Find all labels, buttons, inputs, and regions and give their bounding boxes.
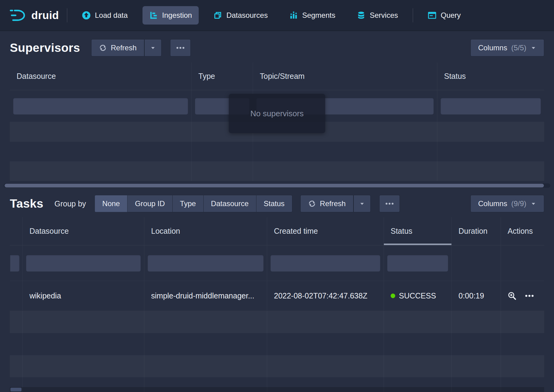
- table-cell: [452, 355, 501, 377]
- group-by-status-button[interactable]: Status: [256, 195, 292, 212]
- tasks-column-header-actions[interactable]: Actions: [501, 217, 544, 245]
- no-supervisors-message: No supervisors: [229, 94, 325, 133]
- supervisors-refresh-button[interactable]: Refresh: [91, 39, 144, 56]
- table-cell: [452, 311, 501, 333]
- navbar-divider: [413, 8, 413, 22]
- tasks-title: Tasks: [10, 197, 43, 210]
- group-by-button-group: None Group ID Type Datasource Status: [95, 195, 292, 212]
- scrollbar-thumb[interactable]: [10, 388, 21, 391]
- filter-cell: [10, 90, 192, 122]
- druid-logo-icon: [9, 9, 26, 22]
- chevron-down-icon: [530, 45, 536, 51]
- actions-cell: [501, 281, 544, 311]
- table-cell: [10, 311, 23, 333]
- refresh-icon: [99, 44, 107, 52]
- empty-row: [10, 355, 544, 377]
- nav-ingestion[interactable]: Ingestion: [142, 6, 199, 25]
- status-filter-input[interactable]: [440, 98, 541, 115]
- created-time-filter-input[interactable]: [270, 255, 380, 272]
- group-by-type-button[interactable]: Type: [173, 195, 204, 212]
- created-time-cell: 2022-08-02T07:42:47.638Z: [267, 281, 384, 311]
- table-cell: [23, 311, 144, 333]
- more-icon: [385, 202, 394, 205]
- brand-name: druid: [31, 9, 59, 21]
- druid-logo[interactable]: druid: [9, 9, 59, 22]
- tasks-table: Datasource Location Created time Status …: [10, 217, 544, 392]
- supervisors-column-header-type[interactable]: Type: [192, 63, 253, 90]
- table-cell: [452, 333, 501, 355]
- tasks-refresh-dropdown-button[interactable]: [353, 195, 371, 212]
- supervisors-columns-button[interactable]: Columns (5/5): [470, 39, 544, 56]
- group-by-label: Group by: [54, 199, 86, 208]
- group-by-datasource-button[interactable]: Datasource: [204, 195, 256, 212]
- tasks-refresh-button[interactable]: Refresh: [300, 195, 353, 212]
- table-cell: [437, 161, 544, 181]
- tasks-column-header-duration[interactable]: Duration: [452, 217, 501, 245]
- empty-row: [10, 161, 544, 181]
- tasks-column-header-blank: [10, 217, 23, 245]
- supervisors-column-header-status[interactable]: Status: [437, 63, 544, 90]
- nav-label: Load data: [95, 11, 128, 20]
- table-cell: [267, 311, 384, 333]
- refresh-icon: [308, 200, 316, 208]
- tasks-column-header-location[interactable]: Location: [144, 217, 267, 245]
- layers-icon: [213, 11, 222, 20]
- location-filter-input[interactable]: [147, 255, 264, 272]
- status-filter-input[interactable]: [387, 255, 448, 272]
- tasks-column-header-datasource[interactable]: Datasource: [23, 217, 144, 245]
- refresh-label: Refresh: [320, 199, 346, 208]
- table-cell: [384, 311, 452, 333]
- supervisors-controls: Supervisors Refresh: [0, 31, 554, 63]
- location-cell: simple-druid-middlemanager...: [144, 281, 267, 311]
- datasource-filter-input[interactable]: [26, 255, 141, 272]
- table-cell: [501, 311, 544, 333]
- application-icon: [428, 11, 436, 20]
- nav-services[interactable]: Services: [350, 6, 405, 25]
- nav-segments[interactable]: Segments: [283, 6, 342, 25]
- nav-label: Segments: [302, 11, 335, 20]
- upload-icon: [82, 11, 91, 20]
- empty-row: [10, 333, 544, 355]
- tasks-more-button[interactable]: [379, 195, 400, 212]
- filter-cell: [23, 245, 144, 281]
- more-actions-icon[interactable]: [525, 294, 534, 297]
- table-row[interactable]: wikipedia simple-druid-middlemanager... …: [10, 281, 544, 311]
- tasks-controls: Tasks Group by None Group ID Type Dataso…: [0, 190, 554, 217]
- supervisors-header-row: Datasource Type Topic/Stream Status: [10, 63, 544, 90]
- supervisors-refresh-dropdown-button[interactable]: [144, 39, 162, 56]
- nav-datasources[interactable]: Datasources: [207, 6, 275, 25]
- table-cell: [144, 333, 267, 355]
- table-cell: [253, 161, 437, 181]
- datasource-filter-input[interactable]: [13, 98, 188, 115]
- columns-count: (5/5): [511, 44, 526, 52]
- chevron-down-icon: [359, 201, 365, 207]
- filter-cell: [144, 245, 267, 281]
- tasks-column-header-status[interactable]: Status: [384, 217, 452, 245]
- table-cell: [192, 142, 253, 161]
- datasource-cell: wikipedia: [23, 281, 144, 311]
- tasks-header-row: Datasource Location Created time Status …: [10, 217, 544, 245]
- tasks-column-header-created-time[interactable]: Created time: [267, 217, 384, 245]
- table-cell: [501, 333, 544, 355]
- supervisors-column-header-topic-stream[interactable]: Topic/Stream: [253, 63, 437, 90]
- supervisors-refresh-group: Refresh: [91, 39, 162, 56]
- table-cell: [437, 122, 544, 142]
- group-by-none-button[interactable]: None: [95, 195, 127, 212]
- supervisors-more-button[interactable]: [170, 39, 191, 56]
- group-by-group-id-button[interactable]: Group ID: [127, 195, 172, 212]
- table-cell: [192, 161, 253, 181]
- nav-query[interactable]: Query: [421, 6, 467, 25]
- table-cell: [501, 245, 544, 281]
- more-icon: [176, 47, 185, 49]
- scrollbar-thumb[interactable]: [5, 184, 544, 187]
- nav-load-data[interactable]: Load data: [75, 6, 135, 25]
- filter-cell: [384, 245, 452, 281]
- hidden-column-filter-input[interactable]: [10, 255, 20, 272]
- nav-label: Query: [441, 11, 461, 20]
- table-cell: [10, 161, 192, 181]
- table-cell: [144, 355, 267, 377]
- supervisors-column-header-datasource[interactable]: Datasource: [10, 63, 192, 90]
- tasks-columns-button[interactable]: Columns (9/9): [470, 195, 544, 212]
- magnifying-glass-icon[interactable]: [508, 291, 517, 300]
- nav-label: Services: [370, 11, 398, 20]
